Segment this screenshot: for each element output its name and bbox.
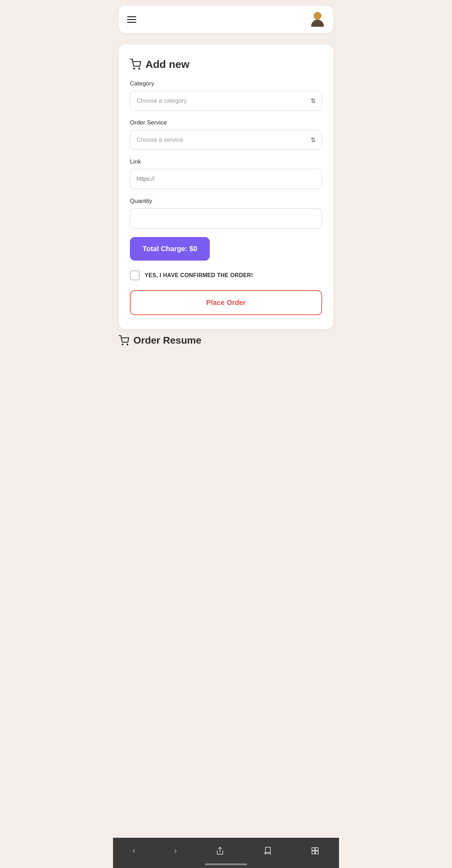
avatar-head	[314, 12, 321, 20]
quantity-input[interactable]	[130, 208, 322, 229]
link-label: Link	[130, 158, 322, 165]
category-label: Category	[130, 80, 322, 87]
confirm-order-checkbox[interactable]	[130, 270, 140, 280]
order-service-field-group: Order Service Choose a service ⇅	[130, 119, 322, 150]
confirm-order-label: YES, I HAVE CONFIRMED THE ORDER!	[145, 272, 253, 279]
main-form-card: Add new Category Choose a category ⇅ Ord…	[119, 44, 333, 329]
order-service-select[interactable]: Choose a service	[130, 130, 322, 150]
svg-point-2	[122, 344, 123, 345]
svg-point-3	[127, 344, 128, 345]
top-navigation-bar	[119, 6, 333, 33]
quantity-field-group: Quantity	[130, 198, 322, 229]
avatar-body	[311, 20, 324, 27]
total-charge-button[interactable]: Total Charge: $0	[130, 237, 210, 261]
order-service-select-wrapper: Choose a service ⇅	[130, 130, 322, 150]
category-select-wrapper: Choose a category ⇅	[130, 91, 322, 111]
svg-point-1	[139, 68, 140, 69]
page-title: Add new	[130, 58, 322, 70]
order-resume-cart-icon	[119, 335, 129, 346]
place-order-button[interactable]: Place Order	[130, 290, 322, 315]
category-select[interactable]: Choose a category	[130, 91, 322, 111]
svg-point-0	[134, 68, 135, 69]
user-profile-button[interactable]	[310, 12, 325, 27]
order-resume-title: Order Resume	[119, 335, 333, 346]
cart-icon	[130, 59, 141, 70]
link-field-group: Link	[130, 158, 322, 189]
category-field-group: Category Choose a category ⇅	[130, 80, 322, 111]
order-service-label: Order Service	[130, 119, 322, 126]
hamburger-menu-button[interactable]	[127, 16, 136, 23]
link-input[interactable]	[130, 169, 322, 189]
order-resume-section: Order Resume	[119, 335, 333, 352]
confirm-order-row: YES, I HAVE CONFIRMED THE ORDER!	[130, 270, 322, 280]
quantity-label: Quantity	[130, 198, 322, 205]
